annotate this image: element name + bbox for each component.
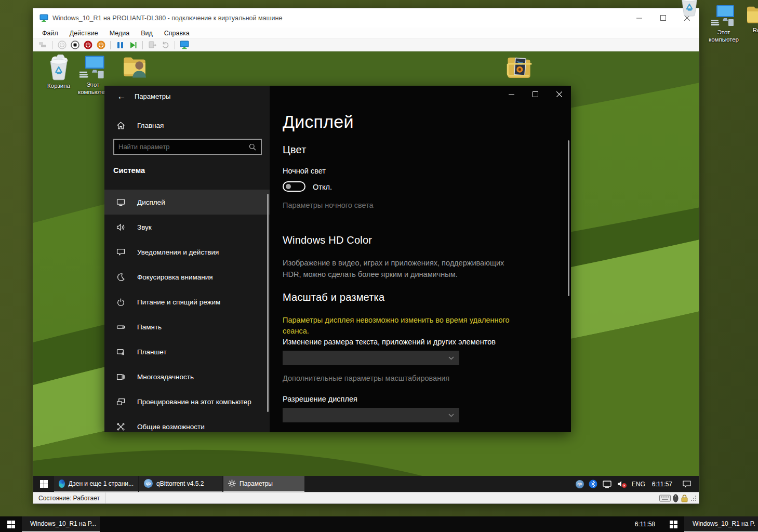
lock-icon	[681, 494, 688, 502]
main-scrollbar[interactable]	[568, 140, 569, 296]
sidebar-item-home[interactable]: Главная	[104, 116, 270, 135]
toolbar-separator	[110, 41, 111, 49]
this-pc-icon	[711, 4, 736, 27]
guest-pictures-folder-icon[interactable]	[501, 54, 537, 83]
menu-help[interactable]: Справка	[158, 30, 195, 37]
settings-main-panel: Дисплей Цвет Ночной свет Откл. Параметры…	[270, 86, 571, 432]
windows-logo-icon	[7, 521, 15, 528]
sidebar-item-focus-assist[interactable]: Фокусировка внимания	[104, 264, 270, 289]
host-start-button-monitor2[interactable]	[662, 516, 684, 532]
multitasking-icon	[116, 373, 125, 381]
desktop-root: { "vm_window": { "title": "Windows_10_R1…	[0, 0, 758, 532]
shared-experiences-icon	[116, 422, 125, 431]
ctrl-alt-del-button[interactable]	[37, 40, 48, 50]
moon-icon	[116, 273, 125, 282]
host-recycle-bin-icon[interactable]	[674, 0, 705, 17]
revert-button[interactable]	[160, 40, 170, 50]
sidebar-scrollbar[interactable]	[267, 194, 269, 412]
toggle-knob	[286, 184, 291, 189]
power-icon	[116, 298, 125, 307]
network-icon[interactable]	[602, 480, 613, 488]
menu-action[interactable]: Действие	[64, 30, 104, 37]
language-indicator[interactable]: ENG	[632, 481, 645, 488]
qbittorrent-icon: qb	[144, 479, 153, 488]
advanced-scaling-link[interactable]: Дополнительные параметры масштабирования	[283, 374, 449, 382]
settings-sidebar: ← Параметры Главная Система	[104, 86, 270, 432]
sidebar-item-projecting[interactable]: Проецирование на этот компьютер	[104, 389, 270, 414]
sidebar-item-notifications[interactable]: Уведомления и действия	[104, 240, 270, 264]
host-this-pc-icon[interactable]: Этот компьютер	[707, 4, 741, 44]
host-folder-icon[interactable]: Ror	[742, 4, 758, 34]
volume-muted-icon[interactable]	[617, 480, 627, 488]
window-title: Windows_10_R1 на PROLIANT-DL380 - подклю…	[52, 15, 282, 22]
guest-task-qbittorrent[interactable]: qb qBittorrent v4.5.2	[139, 476, 222, 492]
display-icon	[116, 198, 125, 207]
this-pc-icon	[79, 55, 107, 79]
menu-view[interactable]: Вид	[135, 30, 158, 37]
sidebar-item-label: Звук	[137, 223, 152, 231]
notifications-icon	[116, 248, 125, 257]
resize-grip[interactable]	[690, 495, 697, 501]
checkpoint-button[interactable]	[147, 40, 157, 50]
sidebar-item-power-sleep[interactable]: Питание и спящий режим	[104, 289, 270, 314]
gear-icon	[228, 480, 236, 487]
chevron-down-icon	[448, 414, 454, 417]
guest-start-button[interactable]	[33, 476, 54, 492]
bluetooth-icon[interactable]	[589, 480, 597, 488]
sidebar-item-tablet[interactable]: Планшет	[104, 339, 270, 364]
guest-task-settings[interactable]: Параметры	[223, 476, 304, 492]
desktop-icon-label: Этот компьютер	[707, 29, 741, 44]
sidebar-item-label: Уведомления и действия	[137, 248, 219, 256]
pause-vm-button[interactable]	[115, 40, 125, 50]
action-center-icon[interactable]	[682, 480, 691, 488]
scale-dropdown[interactable]	[283, 351, 459, 365]
resolution-dropdown[interactable]	[283, 408, 459, 422]
enhanced-session-button[interactable]	[179, 40, 190, 50]
host-clock[interactable]: 6:11:58	[628, 516, 662, 532]
host-task-vmconnect[interactable]: Windows_10_R1 на P...	[22, 516, 100, 532]
sidebar-item-shared-experiences[interactable]: Общие возможности	[104, 414, 270, 432]
settings-close-button[interactable]	[547, 86, 571, 102]
menu-media[interactable]: Медиа	[104, 30, 135, 37]
maximize-button[interactable]	[651, 8, 675, 28]
night-light-toggle[interactable]	[283, 181, 305, 192]
vmconnect-titlebar: Windows_10_R1 на PROLIANT-DL380 - подклю…	[33, 8, 699, 28]
windows-logo-icon	[670, 521, 677, 528]
sidebar-item-storage[interactable]: Память	[104, 314, 270, 339]
turn-off-vm-button[interactable]	[70, 40, 80, 50]
search-box	[113, 139, 262, 155]
host-start-button[interactable]	[0, 516, 22, 532]
qbittorrent-tray-icon[interactable]: qb	[576, 480, 584, 488]
minimize-button[interactable]	[627, 8, 651, 28]
task-label: Дзен и еще 1 страни...	[69, 480, 134, 487]
edge-icon	[59, 480, 65, 488]
step-vm-button[interactable]	[128, 40, 138, 50]
sidebar-item-label: Дисплей	[137, 198, 165, 206]
search-input[interactable]	[114, 143, 249, 151]
sidebar-item-label: Питание и спящий режим	[137, 298, 220, 306]
guest-user-folder-icon[interactable]	[116, 55, 153, 81]
vm-status: Состояние: Работает	[33, 493, 105, 503]
sidebar-item-multitasking[interactable]: Многозадачность	[104, 364, 270, 389]
sidebar-item-display[interactable]: Дисплей	[104, 190, 270, 215]
night-light-label: Ночной свет	[283, 167, 326, 175]
chevron-down-icon	[448, 356, 454, 360]
guest-task-edge[interactable]: Дзен и еще 1 страни...	[54, 476, 138, 492]
host-task-vmconnect-monitor2[interactable]: Windows_10_R1 на P.	[684, 516, 758, 532]
home-icon	[116, 121, 125, 130]
save-state-vm-button[interactable]	[96, 40, 106, 50]
back-button[interactable]: ←	[113, 89, 130, 104]
sidebar-section-label: Система	[113, 166, 145, 175]
guest-clock[interactable]: 6:11:57	[652, 481, 672, 488]
start-vm-button[interactable]	[57, 40, 67, 50]
shutdown-vm-button[interactable]	[83, 40, 93, 50]
sidebar-item-label: Общие возможности	[137, 423, 205, 431]
menu-file[interactable]: Файл	[36, 30, 64, 37]
settings-minimize-button[interactable]	[499, 86, 523, 102]
night-light-settings-link[interactable]: Параметры ночного света	[283, 201, 374, 209]
sidebar-item-sound[interactable]: Звук	[104, 215, 270, 240]
settings-maximize-button[interactable]	[523, 86, 547, 102]
folder-icon	[746, 4, 758, 25]
toolbar-separator	[142, 41, 143, 49]
sidebar-item-label: Планшет	[137, 348, 167, 356]
